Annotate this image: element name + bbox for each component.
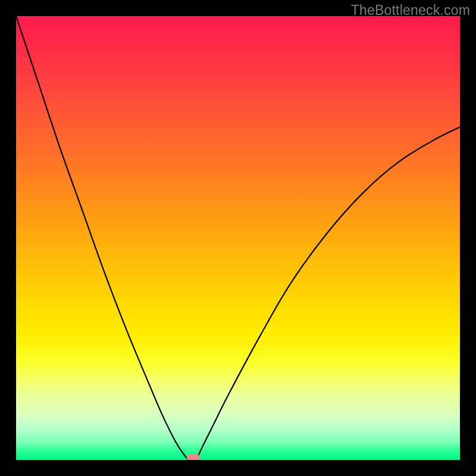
bottleneck-curve [16,16,460,460]
curve-path [16,16,460,460]
chart-frame: TheBottleneck.com [0,0,476,476]
plot-area [16,16,460,460]
optimal-point-marker [187,454,200,460]
watermark-text: TheBottleneck.com [351,2,470,18]
